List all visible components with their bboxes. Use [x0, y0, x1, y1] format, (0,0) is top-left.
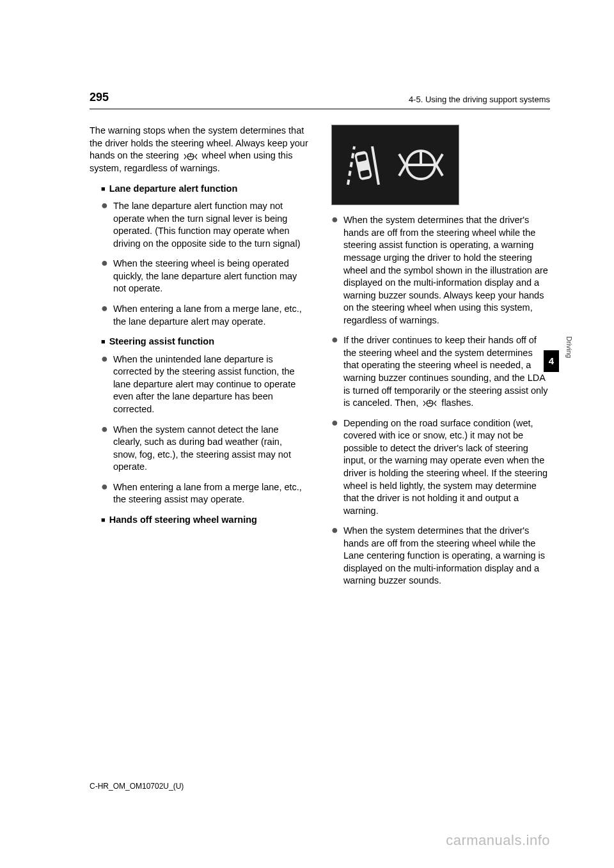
watermark: carmanuals.info — [446, 831, 550, 850]
bullet-item: ● When entering a lane from a merge lane… — [101, 303, 308, 328]
bullet-text: If the driver continues to keep their ha… — [343, 334, 550, 409]
lane-departure-icon — [344, 143, 382, 187]
square-bullet-icon: ■ — [101, 337, 106, 350]
page-number: 295 — [90, 89, 109, 105]
section-title: Lane departure alert function — [109, 183, 238, 196]
bullet-text: When entering a lane from a merge lane, … — [113, 303, 308, 328]
steering-wheel-vibrate-icon — [422, 398, 437, 408]
bullet-item: ● When the system determines that the dr… — [331, 525, 550, 587]
bullet-dot-icon: ● — [101, 199, 108, 249]
steering-wheel-vibrate-icon — [183, 151, 198, 162]
bullet-dot-icon: ● — [101, 257, 108, 295]
bullet-item: ● When the system determines that the dr… — [331, 214, 550, 327]
bullet-dot-icon: ● — [101, 481, 108, 506]
bullet-dot-icon: ● — [101, 353, 108, 415]
bullet-dot-icon: ● — [331, 417, 338, 517]
bullet-dot-icon: ● — [331, 334, 338, 408]
section-steering-assist: ■ Steering assist function — [101, 336, 308, 348]
bullet-text: When the system cannot detect the lane c… — [113, 424, 308, 474]
bullet-item: ● If the driver continues to keep their … — [331, 334, 550, 409]
chapter-tab: 4 — [544, 350, 559, 372]
bullet-item: ● When the unintended lane departure is … — [101, 353, 308, 416]
bullet-item: ● When the system cannot detect the lane… — [101, 424, 308, 474]
bullet-text: The lane departure alert function may no… — [113, 200, 308, 250]
bullet-text: When the system determines that the driv… — [343, 214, 550, 327]
bullet-text: When the system determines that the driv… — [343, 525, 550, 587]
steering-wheel-warning-icon — [395, 143, 446, 187]
bullet-dot-icon: ● — [331, 524, 338, 587]
bullet-text: When the steering wheel is being operate… — [113, 258, 308, 295]
square-bullet-icon: ■ — [101, 515, 106, 528]
section-lane-departure-alert: ■ Lane departure alert function — [101, 183, 308, 196]
bullet-item: ● When the steering wheel is being opera… — [101, 258, 308, 295]
intro-paragraph: The warning stops when the system determ… — [90, 125, 308, 174]
section-title: Steering assist function — [109, 336, 214, 348]
section-hands-off-warning: ■ Hands off steering wheel warning — [101, 514, 308, 527]
square-bullet-icon: ■ — [101, 184, 106, 197]
text-after-icon: flashes. — [439, 398, 473, 408]
bullet-dot-icon: ● — [331, 213, 338, 326]
bullet-dot-icon: ● — [101, 302, 108, 327]
bullet-item: ● The lane departure alert function may … — [101, 200, 308, 250]
chapter-tab-label: Driving — [564, 336, 574, 381]
page-header: 295 4-5. Using the driving support syste… — [90, 89, 550, 109]
bullet-text: When entering a lane from a merge lane, … — [113, 481, 308, 506]
bullet-item: ● Depending on the road surface conditio… — [331, 417, 550, 518]
bullet-text: When the unintended lane departure is co… — [113, 353, 308, 416]
bullet-dot-icon: ● — [101, 423, 108, 473]
bullet-item: ● When entering a lane from a merge lane… — [101, 481, 308, 506]
chapter-number: 4 — [549, 355, 554, 368]
section-path: 4-5. Using the driving support systems — [409, 94, 550, 105]
warning-display-illustration — [331, 125, 459, 205]
bullet-text: Depending on the road surface condition … — [343, 417, 550, 518]
doc-reference: C-HR_OM_OM10702U_(U) — [90, 781, 184, 791]
section-title: Hands off steering wheel warning — [109, 514, 257, 527]
content-columns: The warning stops when the system determ… — [90, 125, 550, 587]
